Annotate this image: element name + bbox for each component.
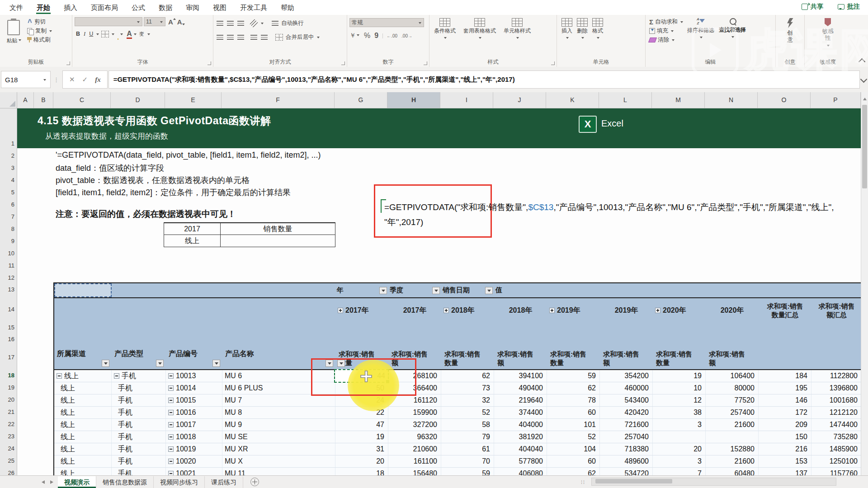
cell-type[interactable]: 手机 [112, 443, 166, 455]
tab-page-layout[interactable]: 页面布局 [84, 0, 125, 15]
insert-cells-button[interactable]: 插入 [559, 17, 575, 59]
row-header[interactable]: 10 [8, 249, 14, 258]
cell-value[interactable]: 327200 [388, 419, 441, 431]
tab-formulas[interactable]: 公式 [125, 0, 152, 15]
grow-font-button[interactable]: A [168, 18, 173, 26]
tab-help[interactable]: 帮助 [274, 0, 301, 15]
cell-value[interactable]: 721600 [600, 419, 653, 431]
cell-channel[interactable]: 线上 [54, 431, 112, 443]
cell-value[interactable]: 60 [547, 407, 600, 418]
cell-value[interactable]: 210600 [388, 443, 441, 455]
collapse-icon[interactable] [168, 434, 174, 440]
cell-value[interactable]: 21600 [706, 419, 759, 431]
cell-value[interactable]: 394100 [494, 370, 547, 382]
horizontal-scrollbar[interactable] [591, 478, 836, 486]
decrease-decimal-button[interactable]: .00→ [401, 33, 412, 38]
header-measure[interactable]: 求和项:销售额 [600, 347, 653, 369]
cell-value[interactable]: 718380 [600, 443, 653, 455]
cell-channel[interactable]: 线上 [54, 394, 112, 406]
insert-function-icon[interactable]: fx [95, 76, 101, 84]
cell-value[interactable]: 404040 [494, 443, 547, 455]
align-right-icon[interactable] [237, 35, 244, 40]
cell-value[interactable]: 137 [759, 468, 811, 476]
filter-dropdown-icon[interactable] [485, 287, 493, 294]
filter-quarter[interactable]: 季度 [388, 283, 441, 297]
year-header[interactable]: 2017年 [388, 298, 441, 323]
cell-value[interactable]: 62 [547, 468, 600, 476]
cell-type[interactable]: 手机 [112, 455, 166, 467]
row-header[interactable]: 17 [8, 353, 14, 361]
borders-icon[interactable] [101, 31, 109, 38]
cell-channel[interactable]: 线上 [54, 407, 112, 418]
cell-code[interactable]: 10016 [166, 407, 222, 418]
sheet-tab-active[interactable]: 视频演示 [58, 476, 96, 488]
vertical-scroll-thumb[interactable] [862, 105, 867, 188]
add-sheet-icon[interactable] [250, 478, 259, 486]
cell-value[interactable]: 374400 [494, 407, 547, 418]
cell-value[interactable]: 150 [759, 431, 811, 443]
italic-button[interactable]: I [82, 30, 87, 38]
cell-name[interactable]: MU 7 [222, 394, 335, 406]
cell-type[interactable]: 手机 [112, 431, 166, 443]
column-header-active[interactable]: H [387, 92, 440, 108]
cell-value[interactable]: 1474400 [811, 419, 861, 431]
cell-value[interactable]: 52 [547, 431, 600, 443]
select-all-corner[interactable] [0, 92, 17, 108]
column-header[interactable]: E [165, 92, 222, 108]
cell-value[interactable]: 101 [547, 419, 600, 431]
find-select-button[interactable]: 查找和选择 [717, 17, 748, 59]
dialog-launcher-icon[interactable] [208, 61, 211, 65]
format-painter-button[interactable]: 格式刷 [26, 35, 54, 44]
tab-splitter-icon[interactable]: ⁞⁞ [581, 479, 585, 485]
cell-code[interactable]: 10017 [166, 419, 222, 431]
column-header[interactable]: B [34, 92, 53, 108]
cell-value[interactable]: 153 [759, 455, 811, 467]
column-header[interactable]: M [652, 92, 705, 108]
header-product-code[interactable]: 产品编号 [166, 347, 222, 369]
cell-value[interactable]: 735280 [811, 431, 861, 443]
cell-code[interactable]: 10014 [166, 382, 222, 394]
collapse-icon[interactable] [168, 385, 174, 391]
cell-code[interactable]: 10020 [166, 455, 222, 467]
cell-value[interactable] [653, 431, 706, 443]
column-header[interactable]: N [705, 92, 758, 108]
cell-value[interactable]: 1485900 [811, 443, 861, 455]
mini-table-empty[interactable] [221, 235, 335, 247]
cell-value[interactable]: 543400 [600, 394, 653, 406]
dialog-launcher-icon[interactable] [551, 61, 555, 65]
year-header[interactable]: 2017年 [335, 298, 388, 323]
expand-formula-bar-icon[interactable] [860, 76, 868, 83]
cell-value[interactable]: 96320 [388, 431, 441, 443]
cell-value[interactable]: 59 [441, 468, 494, 476]
tab-insert[interactable]: 插入 [57, 0, 84, 15]
splitter-icon[interactable]: ⋮ [53, 76, 60, 83]
number-format-combo[interactable]: 常规 [349, 18, 424, 27]
column-header[interactable]: G [335, 92, 387, 108]
row-header[interactable]: 24 [8, 445, 14, 453]
total-header-amt[interactable]: 求和项:销售额汇总 [811, 298, 861, 323]
sheet-tab[interactable]: 销售信息数据源 [96, 476, 154, 488]
cell-value[interactable]: 172 [759, 407, 811, 418]
filter-dropdown-icon[interactable] [432, 287, 440, 294]
cell-name[interactable]: MU SE [222, 431, 335, 443]
cell-value[interactable]: 10 [653, 382, 706, 394]
font-size-combo[interactable]: 11 [144, 17, 165, 26]
cell-channel[interactable]: 线上 [54, 419, 112, 431]
expand-icon[interactable] [549, 308, 555, 313]
cell-code[interactable]: 10018 [166, 431, 222, 443]
column-header[interactable]: F [222, 92, 335, 108]
filter-dropdown-icon[interactable] [156, 360, 164, 367]
bold-button[interactable]: B [75, 30, 81, 38]
column-header[interactable]: C [53, 92, 111, 108]
header-measure[interactable]: 求和项:销售额 [706, 347, 759, 369]
percent-style-button[interactable]: % [364, 32, 370, 40]
tab-home[interactable]: 开始 [30, 0, 57, 15]
font-color-button[interactable]: A [127, 30, 132, 38]
mini-table-channel[interactable]: 线上 [164, 235, 221, 247]
filter-value[interactable]: 值 [494, 283, 547, 297]
cell-value[interactable]: 257040 [600, 431, 653, 443]
collapse-icon[interactable] [168, 398, 174, 403]
font-name-combo[interactable] [75, 17, 142, 26]
cell-styles-button[interactable]: 单元格样式 [501, 17, 533, 59]
cell-type[interactable]: 手机 [112, 419, 166, 431]
